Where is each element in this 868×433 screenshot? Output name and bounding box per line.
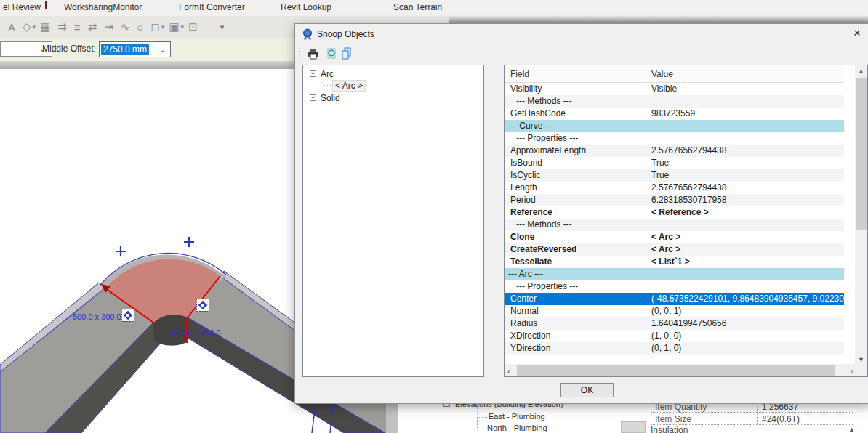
table-row[interactable]: CreateReversed< Arc > bbox=[505, 243, 844, 256]
scrollbar-corner bbox=[855, 364, 867, 376]
property-label-insulation: Insulation bbox=[651, 425, 688, 433]
dropdown-arrow-icon[interactable]: ▾ bbox=[33, 23, 36, 31]
table-row[interactable]: Clone< Arc > bbox=[505, 231, 844, 243]
table-row[interactable]: IsBoundTrue bbox=[505, 157, 844, 169]
tab-revit-lookup[interactable]: Revit Lookup bbox=[281, 2, 331, 12]
table-row[interactable]: --- Properties --- bbox=[505, 132, 844, 145]
group-icon[interactable]: ⊡ bbox=[188, 20, 198, 33]
field-cell: --- Curve --- bbox=[508, 121, 554, 131]
print-preview-icon[interactable] bbox=[326, 47, 337, 60]
revision-cloud-icon[interactable]: ◇ bbox=[23, 20, 31, 33]
field-cell: GetHashCode bbox=[510, 108, 566, 118]
copy-icon[interactable] bbox=[340, 47, 353, 60]
tab-scan-terrain[interactable]: Scan Terrain bbox=[393, 2, 442, 12]
align-icon[interactable]: ≡ bbox=[74, 21, 81, 33]
table-row[interactable]: Radius1.64041994750656 bbox=[505, 317, 844, 330]
tab-accent-mark bbox=[45, 1, 47, 9]
horizontal-scrollbar[interactable]: ‹ › bbox=[505, 364, 856, 376]
table-row[interactable]: IsCyclicTrue bbox=[505, 169, 844, 182]
browser-item-north-plumbing[interactable]: North - Plumbing bbox=[487, 424, 547, 432]
dropdown-arrow-icon[interactable]: ▾ bbox=[181, 23, 185, 31]
value-cell: 6.28318530717958 bbox=[651, 195, 726, 205]
scrollbar-thumb[interactable] bbox=[856, 78, 867, 230]
duct-size-label-right: 500.0 x 300.0 bbox=[172, 328, 221, 337]
table-row[interactable]: Normal(0, 0, 1) bbox=[505, 305, 844, 317]
field-cell: --- Methods --- bbox=[516, 219, 572, 230]
scroll-down-icon[interactable]: ▼ bbox=[858, 356, 864, 363]
field-cell: Period bbox=[510, 195, 536, 205]
scroll-left-icon[interactable]: ‹ bbox=[507, 366, 510, 376]
snoop-data-panel[interactable]: Field Value VisibilityVisible --- Method… bbox=[504, 65, 868, 377]
tab-worksharing-monitor[interactable]: WorksharingMonitor bbox=[64, 2, 142, 12]
value-cell[interactable]: < Reference > bbox=[651, 207, 709, 217]
snap-cross-icon bbox=[116, 246, 126, 256]
mirror-icon[interactable]: ⇄ bbox=[88, 20, 97, 33]
scroll-up-icon[interactable]: ▲ bbox=[848, 426, 855, 433]
table-row[interactable]: Period6.28318530717958 bbox=[505, 194, 844, 206]
array-icon[interactable]: ◻ bbox=[150, 20, 159, 33]
table-row[interactable]: --- Properties --- bbox=[505, 280, 844, 293]
tree-item-arc-instance[interactable]: < Arc > bbox=[332, 80, 366, 92]
table-row[interactable]: --- Methods --- bbox=[505, 219, 844, 231]
value-cell[interactable]: < List`1 > bbox=[651, 256, 690, 267]
field-cell: IsBound bbox=[510, 158, 542, 168]
print-icon[interactable] bbox=[307, 47, 320, 60]
table-header[interactable]: Field Value bbox=[505, 65, 844, 83]
dialog-toolbar bbox=[295, 44, 868, 65]
field-cell: CreateReversed bbox=[510, 244, 576, 254]
offset-icon[interactable]: ⇥ bbox=[104, 20, 113, 33]
table-row[interactable]: Tessellate< List`1 > bbox=[505, 256, 844, 268]
value-cell[interactable]: < Arc > bbox=[651, 244, 680, 254]
property-value[interactable]: #24(0.6T) bbox=[757, 414, 800, 425]
field-column-header[interactable]: Field bbox=[510, 69, 529, 79]
field-cell: XDirection bbox=[510, 331, 550, 341]
panel-collapse-icon[interactable]: ▾ bbox=[220, 23, 225, 32]
tab-formit-converter[interactable]: FormIt Converter bbox=[179, 2, 245, 12]
tree-item-arc[interactable]: Arc bbox=[321, 69, 334, 79]
table-row[interactable]: Reference< Reference > bbox=[505, 206, 844, 219]
middle-offset-label: Middle Offset: bbox=[42, 44, 96, 54]
rotate-icon[interactable]: ○ bbox=[137, 21, 143, 33]
table-row[interactable]: XDirection(1, 0, 0) bbox=[505, 330, 844, 342]
dialog-title: Snoop Objects bbox=[317, 29, 374, 39]
scrollbar-thumb[interactable] bbox=[517, 365, 835, 376]
scroll-right-icon[interactable]: › bbox=[851, 366, 853, 376]
duct-size-label-left: 500.0 x 300.0 bbox=[73, 312, 121, 321]
browser-item-east-plumbing[interactable]: East - Plumbing bbox=[489, 412, 545, 421]
table-row[interactable]: YDirection(0, 1, 0) bbox=[505, 342, 844, 355]
text-note-icon[interactable]: A bbox=[8, 21, 15, 33]
tab-model-review[interactable]: el Review bbox=[3, 2, 41, 12]
scroll-up-icon[interactable]: ▲ bbox=[858, 68, 864, 75]
drag-grip-icon[interactable] bbox=[122, 309, 134, 322]
value-cell: 983723559 bbox=[651, 108, 695, 118]
table-row[interactable]: --- Curve --- bbox=[505, 120, 844, 132]
column-divider[interactable] bbox=[646, 68, 646, 81]
table-row[interactable]: Length2.57676562794438 bbox=[505, 182, 844, 194]
section-box-icon[interactable]: ▦ bbox=[40, 20, 50, 33]
dialog-title-bar[interactable]: Snoop Objects ✕ bbox=[295, 24, 868, 44]
table-row-selected[interactable]: Center(-48.673522429101, 9.8648390493545… bbox=[505, 293, 844, 305]
table-row[interactable]: --- Arc --- bbox=[505, 268, 844, 280]
value-cell[interactable]: < Arc > bbox=[651, 232, 680, 242]
dropdown-arrow-icon[interactable]: ▾ bbox=[161, 23, 165, 31]
table-row[interactable]: ApproximateLength2.57676562794438 bbox=[505, 145, 844, 157]
property-row[interactable]: Item Size #24(0.6T) bbox=[651, 413, 853, 425]
snoop-tree-panel[interactable]: − Arc < Arc > + Solid bbox=[302, 65, 484, 377]
tree-collapse-icon[interactable]: − bbox=[310, 70, 316, 77]
field-cell: --- Properties --- bbox=[516, 281, 578, 291]
middle-offset-input[interactable]: 2750.0 mm ⌄ bbox=[99, 41, 171, 57]
value-column-header[interactable]: Value bbox=[651, 69, 673, 79]
table-row[interactable]: GetHashCode983723559 bbox=[505, 108, 844, 120]
close-icon[interactable]: ✕ bbox=[851, 28, 864, 41]
vertical-scrollbar[interactable]: ▲ ▼ bbox=[855, 65, 867, 365]
ok-button[interactable]: OK bbox=[560, 383, 614, 397]
value-cell: True bbox=[651, 158, 669, 168]
tree-expand-icon[interactable]: + bbox=[310, 94, 316, 101]
table-row[interactable]: VisibilityVisible bbox=[505, 83, 844, 95]
paint-icon[interactable]: ▣ bbox=[169, 20, 179, 33]
move-icon[interactable]: ⇉ bbox=[57, 20, 67, 33]
table-row[interactable]: --- Methods --- bbox=[505, 95, 844, 108]
drag-grip-icon[interactable] bbox=[197, 299, 209, 312]
split-icon[interactable]: ∿ bbox=[121, 20, 130, 33]
tree-item-solid[interactable]: Solid bbox=[321, 93, 340, 103]
